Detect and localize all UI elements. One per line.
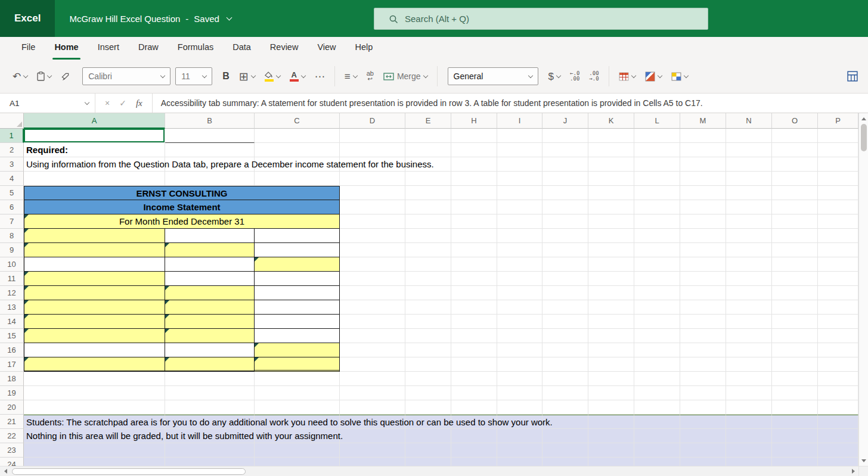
cell-N23[interactable]: [726, 443, 772, 458]
cell-E1[interactable]: [405, 129, 451, 143]
cell-N10[interactable]: [726, 257, 772, 272]
cell-K21[interactable]: [588, 415, 634, 429]
cell-B16[interactable]: [165, 343, 255, 357]
cell-P5[interactable]: [818, 186, 858, 200]
cell-M20[interactable]: [680, 400, 726, 415]
cell-D23[interactable]: [340, 443, 405, 458]
tab-data[interactable]: Data: [223, 37, 261, 60]
cell-N9[interactable]: [726, 243, 772, 257]
cell-D11[interactable]: [340, 272, 405, 286]
cell-O6[interactable]: [772, 200, 818, 214]
cell-C17[interactable]: [255, 357, 340, 372]
cell-B19[interactable]: [165, 386, 255, 400]
cell-B8[interactable]: [165, 229, 255, 243]
cell-E12[interactable]: [405, 286, 451, 300]
cell-M8[interactable]: [680, 229, 726, 243]
cell-I1[interactable]: [497, 129, 542, 143]
row-header-7[interactable]: 7: [0, 214, 24, 229]
cell-O15[interactable]: [772, 329, 818, 343]
cell-C11[interactable]: [255, 272, 340, 286]
cell-O19[interactable]: [772, 386, 818, 400]
cell-L24[interactable]: [634, 458, 680, 466]
cell-K9[interactable]: [588, 243, 634, 257]
cell-N8[interactable]: [726, 229, 772, 243]
cell-N5[interactable]: [726, 186, 772, 200]
cell-D6[interactable]: [340, 200, 405, 214]
cell-C15[interactable]: [255, 329, 340, 343]
cell-A13[interactable]: [24, 300, 165, 315]
cell-O9[interactable]: [772, 243, 818, 257]
format-as-table-button[interactable]: [641, 69, 666, 85]
cell-A9[interactable]: [24, 243, 165, 257]
cell-J3[interactable]: [542, 157, 588, 172]
cell-H13[interactable]: [451, 300, 497, 315]
cell-K15[interactable]: [588, 329, 634, 343]
cell-M3[interactable]: [680, 157, 726, 172]
tab-insert[interactable]: Insert: [88, 37, 129, 60]
column-header-N[interactable]: N: [726, 113, 772, 129]
row-header-10[interactable]: 10: [0, 257, 24, 272]
cell-E5[interactable]: [405, 186, 451, 200]
cell-J6[interactable]: [542, 200, 588, 214]
cell-J16[interactable]: [542, 343, 588, 357]
cell-M11[interactable]: [680, 272, 726, 286]
cell-J15[interactable]: [542, 329, 588, 343]
cell-J8[interactable]: [542, 229, 588, 243]
row-header-6[interactable]: 6: [0, 200, 24, 214]
cell-M2[interactable]: [680, 143, 726, 157]
cell-M7[interactable]: [680, 214, 726, 229]
cell-M12[interactable]: [680, 286, 726, 300]
cell-M4[interactable]: [680, 172, 726, 186]
cell-M23[interactable]: [680, 443, 726, 458]
font-size-select[interactable]: 11: [175, 67, 212, 85]
cell-E10[interactable]: [405, 257, 451, 272]
cell-B10[interactable]: [165, 257, 255, 272]
cell-K13[interactable]: [588, 300, 634, 315]
cell-H4[interactable]: [451, 172, 497, 186]
cell-B13[interactable]: [165, 300, 255, 315]
column-header-E[interactable]: E: [405, 113, 451, 129]
paste-button[interactable]: [33, 69, 55, 84]
cell-P1[interactable]: [818, 129, 858, 143]
cell-L12[interactable]: [634, 286, 680, 300]
row-header-19[interactable]: 19: [0, 386, 24, 400]
cell-J12[interactable]: [542, 286, 588, 300]
cell-L3[interactable]: [634, 157, 680, 172]
cell-E13[interactable]: [405, 300, 451, 315]
cell-P23[interactable]: [818, 443, 858, 458]
horizontal-scrollbar[interactable]: [0, 466, 868, 476]
cell-E14[interactable]: [405, 315, 451, 329]
cell-N16[interactable]: [726, 343, 772, 357]
bold-button[interactable]: B: [218, 68, 234, 85]
cell-A18[interactable]: [24, 372, 165, 386]
cell-K11[interactable]: [588, 272, 634, 286]
cell-L20[interactable]: [634, 400, 680, 415]
column-header-L[interactable]: L: [634, 113, 680, 129]
row-header-9[interactable]: 9: [0, 243, 24, 257]
cell-E19[interactable]: [405, 386, 451, 400]
cell-N3[interactable]: [726, 157, 772, 172]
cell-J1[interactable]: [542, 129, 588, 143]
cell-P14[interactable]: [818, 315, 858, 329]
cell-I6[interactable]: [497, 200, 542, 214]
cell-I14[interactable]: [497, 315, 542, 329]
cell-N11[interactable]: [726, 272, 772, 286]
cell-D16[interactable]: [340, 343, 405, 357]
cell-H17[interactable]: [451, 357, 497, 372]
cell-J5[interactable]: [542, 186, 588, 200]
cell-N19[interactable]: [726, 386, 772, 400]
cell-H24[interactable]: [451, 458, 497, 466]
cell-D5[interactable]: [340, 186, 405, 200]
cell-K16[interactable]: [588, 343, 634, 357]
cell-N22[interactable]: [726, 429, 772, 443]
cell-K6[interactable]: [588, 200, 634, 214]
borders-button[interactable]: ⊞: [235, 68, 259, 85]
row-header-24[interactable]: 24: [0, 458, 24, 466]
cell-A6[interactable]: Income Statement: [24, 200, 340, 214]
cell-K12[interactable]: [588, 286, 634, 300]
font-name-select[interactable]: Calibri: [82, 67, 170, 85]
cell-A19[interactable]: [24, 386, 165, 400]
cell-C4[interactable]: [255, 172, 340, 186]
cell-J2[interactable]: [542, 143, 588, 157]
cell-L8[interactable]: [634, 229, 680, 243]
